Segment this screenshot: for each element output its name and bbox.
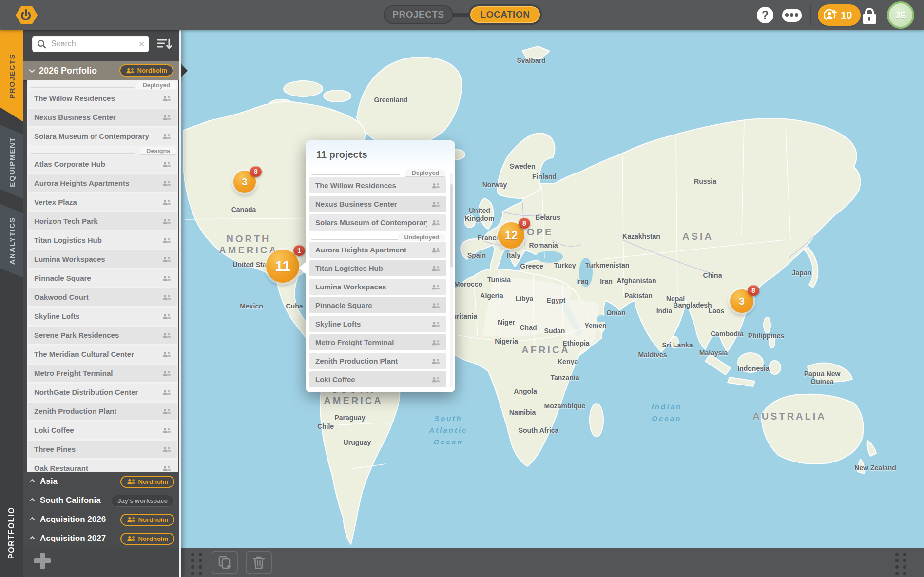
portfolio-group-south-califonia[interactable]: South CalifoniaJay's workspace (23, 491, 181, 510)
chevron-right-icon (29, 479, 35, 484)
map-cluster-marker[interactable]: 128 (498, 222, 524, 249)
project-row[interactable]: Loki Coffee (28, 422, 177, 439)
project-row[interactable]: Serene Park Residences (28, 327, 177, 344)
popup-project-row[interactable]: Pinnacle Square (309, 297, 446, 313)
project-row[interactable]: Titan Logistics Hub (28, 231, 177, 249)
project-row[interactable]: Oak Restaurant (28, 460, 177, 472)
popup-scrollbar-thumb[interactable] (450, 184, 453, 267)
project-row[interactable]: Solara Museum of Contemporary (28, 128, 177, 145)
lock-icon[interactable] (861, 6, 878, 25)
delete-button[interactable] (246, 551, 272, 574)
badge-label: Nordholm (138, 517, 168, 523)
search-input[interactable] (50, 39, 135, 49)
people-icon (158, 134, 172, 139)
project-row[interactable]: Nexus Business Center (28, 109, 177, 126)
project-name: Lumina Workspaces (34, 255, 105, 263)
people-icon (158, 389, 172, 395)
popup-project-list: DeployedThe Willow ResidencesNexus Busin… (308, 169, 447, 389)
people-icon (127, 536, 136, 541)
popup-project-row[interactable]: Skyline Lofts (309, 316, 446, 332)
popup-project-row[interactable]: Nexus Business Center (309, 196, 446, 212)
project-row[interactable]: Skyline Lofts (28, 308, 177, 325)
portfolio-group-asia[interactable]: AsiaNordholm (23, 472, 181, 491)
project-row[interactable]: Atlas Corporate Hub (28, 155, 177, 173)
project-name: Loki Coffee (34, 426, 74, 434)
add-portfolio-button[interactable] (34, 553, 51, 569)
drag-handle-icon[interactable] (191, 553, 202, 575)
sort-icon[interactable] (157, 38, 172, 50)
cluster-badge: 1 (293, 245, 305, 256)
cluster-count: 3 (242, 176, 247, 188)
people-icon (158, 465, 172, 471)
project-row[interactable]: The Meridian Cultural Center (28, 346, 177, 363)
people-icon (427, 321, 441, 327)
popup-project-row[interactable]: The Willow Residences (309, 177, 446, 193)
cluster-badge: 8 (748, 285, 759, 296)
tab-location[interactable]: LOCATION (469, 5, 541, 24)
portfolio-group-header[interactable]: 2026 Portfolio Nordholm (23, 61, 181, 80)
cluster-badge: 8 (250, 166, 262, 177)
people-icon (158, 370, 172, 376)
app-logo-icon[interactable] (12, 2, 40, 30)
invite-users-button[interactable]: 10 (818, 4, 861, 26)
project-name: Titan Logistics Hub (315, 264, 383, 272)
map-cluster-marker[interactable]: 38 (730, 289, 753, 313)
project-name: The Meridian Cultural Center (34, 350, 134, 358)
help-icon[interactable]: ? (757, 7, 773, 23)
project-row[interactable]: NorthGate Distribution Center (28, 384, 177, 401)
people-icon (127, 517, 136, 522)
people-icon (158, 180, 172, 186)
project-row[interactable]: The Willow Residences (28, 90, 177, 107)
map-cluster-marker[interactable]: 38 (233, 171, 256, 193)
project-name: Solara Museum of Contemporary (34, 132, 149, 140)
sidebar-tab-analytics[interactable]: ANALYTICS (0, 204, 23, 278)
map-cluster-marker[interactable]: 111 (266, 250, 299, 283)
sidebar-tab-projects[interactable]: PROJECTS (0, 30, 23, 122)
portfolio-group-acquisition-2027[interactable]: Acquisition 2027Nordholm (23, 529, 181, 548)
project-name: Aurora Heights Apartment (315, 246, 406, 254)
clear-search-icon[interactable]: × (139, 39, 144, 49)
project-name: Nexus Business Center (34, 113, 116, 121)
popup-project-row[interactable]: Zenith Production Plant (309, 353, 446, 369)
search-icon (37, 39, 46, 49)
duplicate-button[interactable] (212, 551, 238, 574)
popup-project-row[interactable]: Loki Coffee (309, 371, 446, 387)
project-name: Oakwood Court (34, 293, 89, 301)
section-divider-line (30, 87, 135, 88)
project-row[interactable]: Aurora Heights Apartments (28, 174, 177, 192)
section-tag-label: Designs (140, 147, 176, 155)
project-name: Titan Logistics Hub (34, 236, 102, 244)
project-name: Pinnacle Square (315, 301, 372, 309)
sidebar-tab-equipment[interactable]: EQUIPMENT (0, 125, 23, 199)
project-row[interactable]: Metro Freight Terminal (28, 365, 177, 382)
popup-project-row[interactable]: Titan Logistics Hub (309, 260, 446, 276)
popup-project-row[interactable]: Metro Freight Terminal (309, 334, 446, 350)
project-list: DeployedThe Willow ResidencesNexus Busin… (27, 80, 178, 472)
world-map[interactable]: SvalbardGreenlandCanadaUnited StatesMexi… (181, 30, 924, 548)
tab-projects[interactable]: PROJECTS (384, 5, 453, 24)
popup-project-row[interactable]: Solars Museum of Contemporary (309, 214, 446, 231)
resize-handle-icon[interactable] (895, 553, 906, 575)
project-row[interactable]: Zenith Production Plant (28, 403, 177, 420)
project-row[interactable]: Pinnacle Square (28, 269, 177, 287)
project-row[interactable]: Lumina Workspaces (28, 250, 177, 268)
user-avatar[interactable]: JE (887, 1, 914, 29)
community-icon[interactable] (782, 8, 802, 22)
people-icon (126, 68, 135, 74)
search-box: × (32, 36, 149, 52)
section-tag-undeployed: Undeployed (309, 233, 446, 241)
popup-project-row[interactable]: Aurora Heights Apartment (309, 242, 446, 258)
workspace-badge: Nordholm (119, 64, 173, 77)
project-row[interactable]: Vertex Plaza (28, 193, 177, 211)
project-row[interactable]: Horizon Tech Park (28, 212, 177, 230)
people-icon (427, 340, 441, 346)
project-row[interactable]: Three Pines (28, 441, 177, 458)
duplicate-icon (217, 555, 232, 570)
people-icon (427, 377, 441, 383)
cluster-count: 11 (275, 258, 290, 274)
popup-project-row[interactable]: Lumina Workspaces (309, 279, 446, 295)
portfolio-group-acquisition-2026[interactable]: Acquisition 2026Nordholm (23, 510, 181, 529)
sidebar-scrollbar[interactable] (179, 30, 181, 577)
cluster-badge: 8 (519, 218, 530, 229)
project-row[interactable]: Oakwood Court (28, 288, 177, 306)
